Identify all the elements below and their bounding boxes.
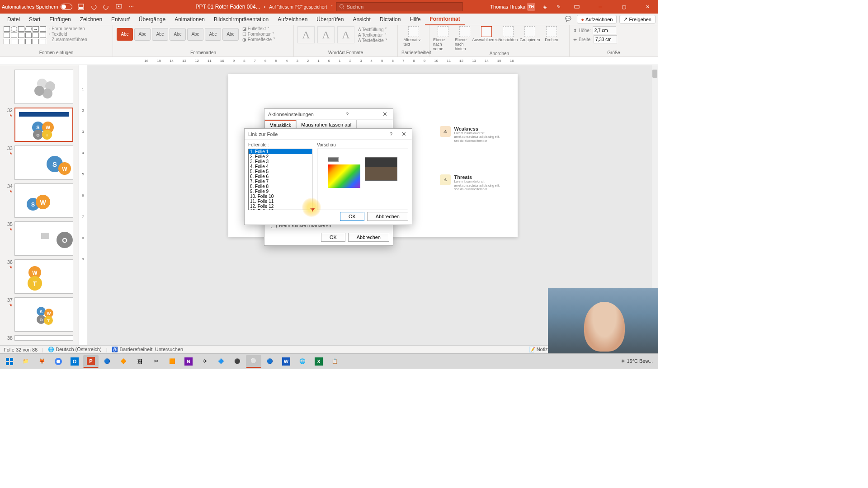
accessibility-status[interactable]: ♿ Barrierefreiheit: Untersuchen [112, 347, 183, 352]
textbox-button[interactable]: ▫ Textfeld [49, 32, 87, 37]
search-box[interactable] [336, 2, 463, 11]
tab-ueberpruefen[interactable]: Überprüfen [312, 14, 348, 25]
onenote-icon[interactable]: N [181, 355, 196, 368]
shapes-gallery[interactable]: → [4, 26, 46, 44]
app-icon[interactable]: 🔵 [99, 355, 115, 368]
tab-start[interactable]: Start [24, 14, 45, 25]
photos-icon[interactable]: 🖼 [132, 355, 147, 368]
shape-effects[interactable]: ◑ Formeffekte ˅ [242, 37, 275, 42]
selection-pane[interactable]: Auswahlbereich [476, 26, 496, 51]
record-button[interactable]: ●Aufzeichnen [577, 15, 617, 23]
list-item[interactable]: 7. Folie 7 [249, 179, 312, 184]
merge-shapes[interactable]: ▫ Zusammenführen [49, 37, 87, 42]
list-item[interactable]: 1. Folie 1 [249, 149, 312, 154]
firefox-icon[interactable]: 🦊 [34, 355, 50, 368]
app-icon[interactable]: ⚫ [230, 355, 245, 368]
slideshow-icon[interactable] [115, 3, 123, 11]
wordart-gallery[interactable]: AAA [297, 26, 354, 43]
coming-soon-icon[interactable]: ◈ [541, 3, 549, 11]
user-account[interactable]: Thomas Hruska TH [490, 3, 535, 11]
height-input[interactable] [593, 26, 616, 34]
tab-ansicht[interactable]: Ansicht [348, 14, 375, 25]
shape-styles-gallery[interactable]: Abc Abc Abc Abc Abc Abc Abc [117, 28, 239, 41]
dialog-help-icon[interactable]: ? [343, 112, 351, 117]
list-item[interactable]: 9. Folie 9 [249, 189, 312, 194]
list-item[interactable]: 6. Folie 6 [249, 174, 312, 179]
thumbnail[interactable]: 34★SW [0, 182, 79, 220]
share-button[interactable]: ↗Freigeben [619, 15, 656, 23]
list-item[interactable]: 2. Folie 2 [249, 154, 312, 159]
list-item[interactable]: 11. Folie 11 [249, 199, 312, 204]
thumbnail[interactable]: 36★WT [0, 258, 79, 296]
link-cancel-button[interactable]: Abbrechen [367, 212, 408, 221]
width-input[interactable] [594, 35, 617, 43]
word-icon[interactable]: W [278, 355, 294, 368]
shape-fill[interactable]: ◪ Fülleffekt ˅ [242, 26, 275, 31]
tab-zeichnen[interactable]: Zeichnen [75, 14, 107, 25]
autosave-toggle[interactable]: Automatisches Speichern [2, 4, 72, 10]
tab-bildschirm[interactable]: Bildschirmpräsentation [209, 14, 273, 25]
tab-einfuegen[interactable]: Einfügen [45, 14, 75, 25]
link-ok-button[interactable]: OK [340, 212, 364, 221]
ribbon-options-icon[interactable] [568, 0, 586, 14]
maximize-icon[interactable]: ▢ [615, 0, 633, 14]
tab-hilfe[interactable]: Hilfe [405, 14, 425, 25]
tab-uebergaenge[interactable]: Übergänge [134, 14, 170, 25]
minimize-icon[interactable]: ─ [591, 0, 609, 14]
slide-position[interactable]: Folie 32 von 86 [4, 347, 38, 352]
thumbnail[interactable]: 38 [0, 333, 79, 343]
snip-icon[interactable]: ✂ [148, 355, 164, 368]
search-input[interactable] [347, 4, 460, 9]
thumbnail[interactable] [0, 68, 79, 106]
weather-widget[interactable]: ☀ 15°C Bew... [621, 358, 653, 364]
outlook-icon[interactable]: O [67, 355, 82, 368]
app-icon[interactable]: 🔵 [262, 355, 278, 368]
align-button[interactable]: Ausrichten [498, 26, 518, 51]
undo-icon[interactable] [90, 3, 98, 11]
list-item[interactable]: 10. Folie 10 [249, 194, 312, 199]
alt-text-button[interactable]: Alternativ-text [404, 26, 424, 47]
redo-icon[interactable] [102, 3, 110, 11]
edge-icon[interactable]: 🌐 [295, 355, 310, 368]
tab-dictation[interactable]: Dictation [375, 14, 406, 25]
thumbnail[interactable]: 37★SWOT [0, 296, 79, 333]
shape-outline[interactable]: ☐ Formkontur ˅ [242, 32, 275, 37]
draw-icon[interactable]: ✎ [554, 3, 562, 11]
tab-aufzeichnen[interactable]: Aufzeichnen [273, 14, 312, 25]
obs-icon[interactable]: ⚪ [246, 355, 261, 368]
edit-shape[interactable]: ▫ Form bearbeiten [49, 26, 87, 31]
language-status[interactable]: 🌐 Deutsch (Österreich) [48, 347, 102, 352]
dialog-close-icon[interactable]: ✕ [400, 131, 408, 137]
save-icon[interactable] [77, 3, 85, 11]
dialog-close-icon[interactable]: ✕ [381, 111, 389, 117]
tab-animationen[interactable]: Animationen [170, 14, 209, 25]
text-effects[interactable]: A Texteffekte ˅ [358, 38, 387, 43]
powerpoint-icon[interactable]: P [83, 355, 99, 368]
slide-list[interactable]: 1. Folie 1 2. Folie 2 3. Folie 3 4. Foli… [248, 149, 312, 210]
dialog-help-icon[interactable]: ? [387, 131, 395, 137]
group-button[interactable]: Gruppieren [520, 26, 540, 51]
thumbnail[interactable]: 35★O [0, 220, 79, 258]
list-item[interactable]: 12. Folie 12 [249, 204, 312, 209]
list-item[interactable]: 3. Folie 3 [249, 159, 312, 164]
app-icon[interactable]: 🟧 [165, 355, 180, 368]
text-fill[interactable]: A Textfüllung ˅ [358, 27, 387, 32]
telegram-icon[interactable]: ✈ [197, 355, 212, 368]
more-icon[interactable]: ⋯ [127, 3, 136, 11]
comments-icon[interactable]: 💬 [562, 15, 574, 23]
text-outline[interactable]: A Textkontur ˅ [358, 33, 387, 38]
thumbnail[interactable]: 32★SWOT [0, 106, 79, 144]
actions-cancel-button[interactable]: Abbrechen [348, 233, 389, 242]
tab-entwurf[interactable]: Entwurf [107, 14, 134, 25]
list-item[interactable]: 4. Folie 4 [249, 164, 312, 169]
explorer-icon[interactable]: 📁 [18, 355, 33, 368]
app-icon[interactable]: 🔷 [213, 355, 229, 368]
vlc-icon[interactable]: 🔶 [116, 355, 131, 368]
rotate-button[interactable]: Drehen [542, 26, 561, 51]
close-icon[interactable]: ✕ [638, 0, 656, 14]
chrome-icon[interactable] [51, 355, 66, 368]
start-button[interactable] [2, 355, 17, 368]
list-item[interactable]: 13. Folie 13 [249, 209, 312, 210]
actions-ok-button[interactable]: OK [321, 233, 345, 242]
tab-formformat[interactable]: Formformat [425, 14, 464, 25]
